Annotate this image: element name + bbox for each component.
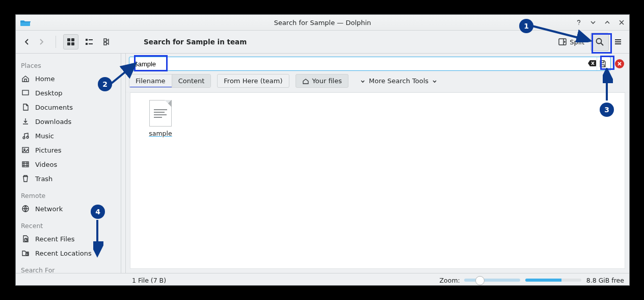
svg-point-18 [24, 149, 25, 151]
split-label: Split [570, 38, 584, 46]
files-view[interactable]: sample [130, 92, 625, 269]
filter-label: Your files [312, 77, 342, 85]
svg-point-13 [597, 39, 602, 44]
status-summary: 1 File (7 B) [132, 277, 166, 284]
status-bar: 1 File (7 B) Zoom: 8.8 GiB free [16, 273, 629, 287]
free-space: 8.8 GiB free [586, 277, 624, 284]
maximize-button[interactable] [603, 18, 612, 27]
titlebar: Search for Sample — Dolphin [16, 15, 629, 31]
sidebar-item-recent-locations[interactable]: Recent Locations [16, 246, 121, 260]
more-search-tools[interactable]: More Search Tools [355, 74, 443, 87]
icons-view-button[interactable] [63, 34, 78, 49]
sidebar-item-label: Music [35, 132, 54, 140]
sidebar-item-label: Desktop [35, 89, 63, 97]
main-area: Filename Content From Here (team) Your f… [126, 54, 629, 273]
downloads-icon [21, 117, 30, 126]
music-icon [21, 131, 30, 140]
sidebar-item-label: Downloads [35, 118, 71, 126]
file-name: sample [149, 130, 172, 137]
sidebar-item-pictures[interactable]: Pictures [16, 143, 121, 157]
svg-point-1 [578, 24, 579, 25]
sidebar-item-label: Documents [35, 104, 73, 111]
filter-filename[interactable]: Filename [129, 74, 172, 87]
clear-search-button[interactable] [587, 59, 597, 69]
sidebar-item-label: Home [35, 75, 55, 83]
sidebar-item-videos[interactable]: Videos [16, 157, 121, 171]
sidebar-item-label: Network [35, 205, 63, 213]
desktop-icon [21, 88, 30, 97]
search-icon [595, 37, 604, 46]
dolphin-window: Search for Sample — Dolphin Search for S… [15, 14, 630, 286]
chevron-down-icon [360, 78, 366, 84]
sidebar-item-documents[interactable]: Documents [16, 100, 121, 114]
filter-content[interactable]: Content [172, 74, 211, 87]
compact-view-button[interactable] [82, 34, 97, 49]
svg-rect-4 [67, 42, 70, 45]
pictures-icon [21, 145, 30, 155]
svg-rect-9 [89, 43, 93, 44]
split-button[interactable]: Split [554, 36, 588, 48]
help-button[interactable] [574, 18, 583, 27]
recent-locations-icon [21, 248, 30, 258]
forward-button[interactable] [34, 35, 48, 49]
save-search-button[interactable] [597, 57, 608, 70]
sidebar-item-label: Recent Locations [35, 249, 92, 257]
back-button[interactable] [20, 35, 34, 49]
home-icon [21, 74, 30, 83]
hamburger-menu-button[interactable] [611, 35, 625, 49]
filter-your-files[interactable]: Your files [296, 74, 348, 88]
svg-rect-7 [89, 39, 93, 40]
sidebar-item-downloads[interactable]: Downloads [16, 114, 121, 129]
close-button[interactable] [617, 18, 626, 27]
zoom-slider[interactable] [464, 279, 520, 282]
sidebar-item-trash[interactable]: Trash [16, 171, 121, 186]
network-icon [21, 204, 30, 213]
search-filter-row: Filename Content From Here (team) Your f… [126, 73, 629, 92]
search-type-group: Filename Content [129, 74, 211, 88]
window-title: Search for Sample — Dolphin [16, 19, 629, 27]
annotation-badge-4: 4 [91, 205, 105, 219]
svg-rect-19 [22, 162, 29, 167]
sidebar-item-music[interactable]: Music [16, 129, 121, 143]
sidebar-item-network[interactable]: Network [16, 202, 121, 216]
chevron-down-icon [432, 78, 438, 84]
svg-rect-2 [67, 38, 70, 41]
places-header: Places [16, 60, 121, 71]
search-toolbar-button[interactable] [591, 33, 609, 51]
save-icon [599, 60, 607, 68]
breadcrumb[interactable]: Search for Sample in team [144, 38, 247, 46]
search-input[interactable] [132, 60, 587, 68]
home-icon [302, 78, 309, 85]
svg-rect-10 [104, 39, 106, 41]
sidebar-item-label: Recent Files [35, 235, 75, 243]
capacity-bar [525, 279, 581, 282]
svg-rect-11 [104, 42, 106, 45]
annotation-badge-1: 1 [519, 19, 533, 33]
text-file-icon [149, 100, 172, 127]
svg-point-15 [23, 137, 25, 139]
filter-from-here[interactable]: From Here (team) [217, 74, 289, 88]
close-search-button[interactable] [615, 59, 624, 68]
annotation-badge-2: 2 [98, 77, 112, 91]
videos-icon [21, 160, 30, 169]
split-icon [558, 38, 567, 46]
sidebar-item-recent-files[interactable]: Recent Files [16, 232, 121, 246]
documents-icon [21, 103, 30, 112]
annotation-badge-3: 3 [600, 103, 614, 117]
remote-header: Remote [16, 190, 121, 202]
svg-rect-3 [71, 38, 74, 41]
hamburger-icon [614, 38, 622, 46]
toolbar: Search for Sample in team Split [16, 31, 629, 54]
trash-icon [21, 174, 30, 183]
minimize-button[interactable] [588, 18, 598, 27]
sidebar-resize-handle[interactable] [121, 54, 126, 273]
sidebar-item-label: Trash [35, 175, 52, 183]
close-icon [617, 61, 622, 66]
searchfor-header: Search For [16, 264, 121, 273]
details-view-button[interactable] [100, 34, 115, 49]
more-tools-label: More Search Tools [369, 77, 428, 85]
recent-files-icon [21, 234, 30, 243]
zoom-label: Zoom: [440, 277, 460, 284]
search-field[interactable] [129, 57, 611, 71]
file-item[interactable]: sample [138, 100, 183, 137]
